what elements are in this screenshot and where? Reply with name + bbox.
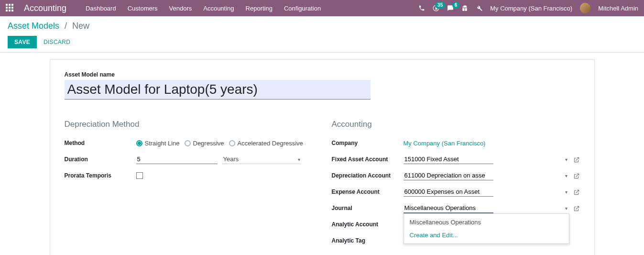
- method-accelerated-degressive[interactable]: Accelerated Degressive: [229, 140, 303, 147]
- external-link-icon[interactable]: [573, 204, 580, 212]
- breadcrumb-root[interactable]: Asset Models: [8, 21, 59, 31]
- analytic-tag-label: Analytic Tag: [332, 237, 404, 244]
- journal-label: Journal: [332, 205, 404, 211]
- journal-dropdown: Miscellaneous Operations Create and Edit…: [404, 213, 569, 244]
- form-sheet: Asset Model name Depreciation Method Met…: [50, 59, 595, 255]
- activities-icon[interactable]: 35: [433, 5, 439, 11]
- menu-reporting[interactable]: Reporting: [246, 5, 273, 12]
- create-and-edit-option[interactable]: Create and Edit...: [404, 229, 569, 242]
- depreciation-account-label: Depreciation Account: [332, 172, 404, 179]
- name-label: Asset Model name: [65, 71, 580, 78]
- navbar-right: 35 6 My Company (San Francisco) Mitchell…: [418, 3, 638, 13]
- caret-down-icon: ▾: [565, 173, 568, 178]
- menu-configuration[interactable]: Configuration: [284, 5, 321, 12]
- external-link-icon[interactable]: [573, 188, 580, 196]
- radio-label: Accelerated Degressive: [238, 140, 303, 147]
- menu-accounting[interactable]: Accounting: [203, 5, 234, 12]
- menu-dashboard[interactable]: Dashboard: [86, 5, 116, 12]
- company-switcher[interactable]: My Company (San Francisco): [490, 5, 572, 12]
- radio-icon: [229, 140, 235, 146]
- accounting-section: Accounting Company My Company (San Franc…: [332, 120, 580, 252]
- fixed-asset-account-label: Fixed Asset Account: [332, 156, 404, 163]
- breadcrumb-separator: /: [65, 21, 67, 31]
- save-button[interactable]: SAVE: [8, 36, 37, 48]
- company-value[interactable]: My Company (San Francisco): [404, 140, 486, 147]
- messages-icon[interactable]: 6: [447, 5, 454, 11]
- messages-badge: 6: [452, 2, 460, 9]
- duration-input[interactable]: [136, 155, 218, 164]
- duration-unit-value: Years: [223, 155, 239, 163]
- fixed-asset-account-input[interactable]: [404, 155, 493, 164]
- radio-label: Straight Line: [145, 140, 180, 147]
- expense-account-label: Expense Account: [332, 188, 404, 195]
- analytic-account-label: Analytic Account: [332, 221, 404, 228]
- company-label: Company: [332, 140, 404, 146]
- user-avatar-icon[interactable]: [580, 3, 590, 13]
- expense-account-input[interactable]: [404, 187, 493, 197]
- caret-down-icon: ▾: [565, 157, 568, 162]
- discard-button[interactable]: DISCARD: [44, 39, 70, 45]
- duration-label: Duration: [65, 156, 136, 163]
- caret-down-icon: ▾: [565, 206, 568, 211]
- user-name[interactable]: Mitchell Admin: [598, 5, 638, 12]
- method-degressive[interactable]: Degressive: [185, 140, 224, 147]
- radio-icon: [136, 140, 142, 146]
- activities-badge: 35: [435, 2, 445, 9]
- menu-vendors[interactable]: Vendors: [169, 5, 192, 12]
- journal-option[interactable]: Miscellaneous Operations: [404, 216, 569, 229]
- caret-down-icon: ▾: [298, 156, 300, 162]
- radio-icon: [185, 140, 191, 146]
- method-straight-line[interactable]: Straight Line: [136, 140, 180, 147]
- main-navbar: Accounting Dashboard Customers Vendors A…: [0, 0, 644, 16]
- breadcrumb: Asset Models / New: [8, 21, 636, 31]
- caret-down-icon: ▾: [565, 189, 568, 195]
- action-buttons: SAVE DISCARD: [8, 36, 636, 48]
- phone-icon[interactable]: [418, 5, 425, 11]
- prorata-checkbox[interactable]: [136, 172, 143, 179]
- radio-label: Degressive: [193, 140, 224, 147]
- external-link-icon[interactable]: [573, 155, 580, 163]
- tools-icon[interactable]: [476, 5, 482, 11]
- depreciation-account-input[interactable]: [404, 171, 493, 180]
- breadcrumb-current: New: [72, 21, 89, 31]
- menu-customers[interactable]: Customers: [128, 5, 158, 12]
- gift-icon[interactable]: [461, 5, 468, 11]
- top-menu: Dashboard Customers Vendors Accounting R…: [86, 5, 418, 12]
- duration-unit-select[interactable]: Years ▾: [222, 155, 301, 164]
- journal-input[interactable]: [404, 203, 493, 213]
- app-brand: Accounting: [24, 3, 66, 13]
- method-label: Method: [65, 140, 136, 146]
- prorata-label: Prorata Temporis: [65, 172, 136, 179]
- control-panel: Asset Models / New SAVE DISCARD: [0, 16, 644, 53]
- external-link-icon[interactable]: [573, 172, 580, 179]
- depreciation-title: Depreciation Method: [65, 120, 313, 129]
- depreciation-section: Depreciation Method Method Straight Line…: [65, 120, 313, 252]
- asset-model-name-input[interactable]: [65, 80, 371, 100]
- apps-menu-icon[interactable]: [6, 4, 14, 12]
- accounting-title: Accounting: [332, 120, 580, 129]
